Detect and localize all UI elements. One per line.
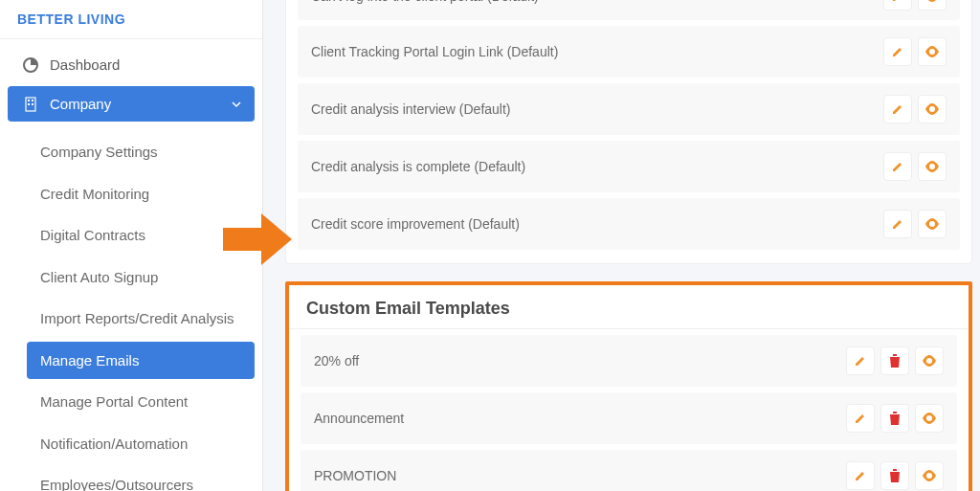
- edit-button[interactable]: [846, 461, 875, 490]
- table-row: Credit analysis is complete (Default): [298, 141, 960, 192]
- svg-rect-3: [28, 103, 30, 105]
- view-button[interactable]: [918, 37, 947, 66]
- sidebar-item-company-settings[interactable]: Company Settings: [27, 133, 255, 171]
- sidebar-item-client-auto-signup[interactable]: Client Auto Signup: [27, 258, 255, 297]
- chevron-down-icon: [232, 96, 241, 112]
- edit-button[interactable]: [883, 152, 912, 181]
- template-name: PROMOTION: [314, 468, 396, 483]
- delete-button[interactable]: [880, 346, 909, 375]
- edit-button[interactable]: [883, 0, 912, 11]
- table-row: PROMOTION: [301, 450, 957, 491]
- nav-company-label: Company: [50, 96, 111, 112]
- table-row: 20% off: [301, 335, 957, 387]
- edit-button[interactable]: [883, 210, 912, 238]
- sidebar-item-import-reports[interactable]: Import Reports/Credit Analysis: [27, 300, 255, 338]
- svg-rect-0: [26, 98, 35, 111]
- nav-dashboard-label: Dashboard: [50, 56, 120, 73]
- nav-dashboard[interactable]: Dashboard: [8, 47, 255, 82]
- svg-rect-1: [28, 100, 30, 101]
- template-name: Credit analysis is complete (Default): [311, 159, 525, 174]
- sidebar-item-employees-outsourcers[interactable]: Employees/Outsourcers: [27, 466, 255, 491]
- edit-button[interactable]: [846, 346, 875, 375]
- template-name: Can't log into the client portal (Defaul…: [311, 0, 539, 4]
- annotation-arrow-icon: [223, 213, 292, 269]
- view-button[interactable]: [915, 461, 944, 490]
- brand-title: BETTER LIVING: [0, 0, 262, 39]
- template-name: Credit score improvement (Default): [311, 216, 520, 232]
- delete-button[interactable]: [880, 404, 909, 433]
- building-icon: [21, 97, 40, 112]
- view-button[interactable]: [915, 404, 944, 433]
- sidebar-item-manage-portal-content[interactable]: Manage Portal Content: [27, 383, 255, 421]
- svg-rect-4: [32, 103, 33, 105]
- dashboard-icon: [21, 57, 40, 73]
- table-row: Credit analysis interview (Default): [298, 83, 960, 135]
- main-content: Can't log into the client portal (Defaul…: [278, 0, 980, 491]
- table-row: Announcement: [301, 392, 957, 444]
- template-name: 20% off: [314, 353, 359, 368]
- custom-templates-panel: Custom Email Templates 20% off Announcem…: [285, 281, 972, 491]
- edit-button[interactable]: [846, 404, 875, 433]
- table-row: Can't log into the client portal (Defaul…: [298, 0, 960, 20]
- view-button[interactable]: [918, 210, 947, 238]
- sidebar-item-notification-automation[interactable]: Notification/Automation: [27, 425, 255, 463]
- template-name: Announcement: [314, 411, 404, 426]
- template-name: Credit analysis interview (Default): [311, 101, 511, 117]
- table-row: Client Tracking Portal Login Link (Defau…: [298, 26, 960, 78]
- sidebar-item-credit-monitoring[interactable]: Credit Monitoring: [27, 175, 255, 213]
- template-name: Client Tracking Portal Login Link (Defau…: [311, 44, 558, 59]
- svg-rect-2: [32, 100, 33, 101]
- view-button[interactable]: [918, 95, 947, 123]
- nav-company[interactable]: Company: [8, 86, 255, 122]
- edit-button[interactable]: [883, 95, 912, 123]
- default-templates-panel: Can't log into the client portal (Defaul…: [285, 0, 972, 264]
- sidebar-item-digital-contracts[interactable]: Digital Contracts: [27, 216, 255, 255]
- delete-button[interactable]: [880, 461, 909, 490]
- view-button[interactable]: [918, 0, 947, 11]
- sidebar-item-manage-emails[interactable]: Manage Emails: [27, 342, 255, 380]
- table-row: Credit score improvement (Default): [298, 198, 960, 250]
- edit-button[interactable]: [883, 37, 912, 66]
- view-button[interactable]: [915, 346, 944, 375]
- view-button[interactable]: [918, 152, 947, 181]
- custom-templates-title: Custom Email Templates: [289, 285, 969, 329]
